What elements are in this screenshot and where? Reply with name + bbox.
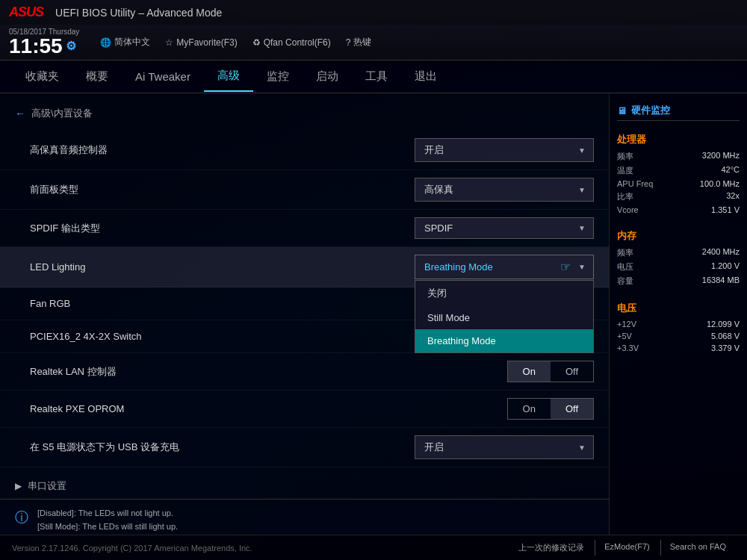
question-icon: ?: [346, 37, 351, 48]
spdif-dropdown[interactable]: SPDIF: [415, 217, 594, 239]
nav-monitor[interactable]: 监控: [253, 62, 303, 91]
nav-tools[interactable]: 工具: [352, 62, 401, 91]
audio-label: 高保真音频控制器: [30, 143, 385, 157]
top-menu: 🌐 简体中文 ☆ MyFavorite(F3) ♻ Qfan Control(F…: [100, 36, 371, 49]
cpu-ratio-row: 比率 32x: [617, 191, 740, 202]
favorite-label: MyFavorite(F3): [176, 37, 237, 48]
serial-label: 串口设置: [28, 479, 66, 493]
settings-gear-icon[interactable]: ⚙: [66, 40, 76, 52]
usb-control: 开启: [385, 435, 594, 459]
footer: Version 2.17.1246. Copyright (C) 2017 Am…: [0, 535, 747, 560]
led-option-breathing[interactable]: Breathing Mode: [415, 329, 593, 352]
header: ASUS UEFI BIOS Utility – Advanced Mode 0…: [0, 0, 747, 60]
qfan-menu[interactable]: ♻ Qfan Control(F6): [252, 36, 331, 49]
monitor-icon: 🖥: [617, 105, 627, 116]
nav-boot[interactable]: 启动: [303, 62, 352, 91]
ezmode-button[interactable]: EzMode(F7): [595, 540, 659, 556]
usb-dropdown[interactable]: 开启: [415, 435, 594, 459]
spdif-control: SPDIF: [385, 217, 594, 239]
led-option-off[interactable]: 关闭: [415, 281, 593, 306]
sidebar: 🖥 硬件监控 处理器 频率 3200 MHz 温度 42°C APU Freq …: [609, 93, 747, 535]
apu-freq-label: APU Freq: [617, 179, 653, 188]
content-wrapper: ← 高级\内置设备 高保真音频控制器 开启 前面板类型: [0, 93, 747, 535]
settings-table: 高保真音频控制器 开启 前面板类型 高保真: [0, 131, 609, 467]
frontpanel-value: 高保真: [424, 183, 453, 196]
cpu-freq-row: 频率 3200 MHz: [617, 151, 740, 162]
lan-on-button[interactable]: On: [508, 361, 551, 382]
led-dropdown[interactable]: Breathing Mode ☞: [415, 255, 594, 279]
fan-icon: ♻: [252, 37, 261, 48]
lan-label: Realtek LAN 控制器: [30, 365, 385, 379]
cpu-freq-label: 频率: [617, 151, 633, 162]
pxe-on-button[interactable]: On: [508, 399, 551, 419]
breadcrumb-text: 高级\内置设备: [31, 107, 93, 120]
language-menu[interactable]: 🌐 简体中文: [100, 36, 150, 49]
language-label: 简体中文: [114, 36, 150, 49]
lan-off-button[interactable]: Off: [551, 361, 593, 382]
led-label: LED Lighting: [30, 261, 385, 273]
favorite-menu[interactable]: ☆ MyFavorite(F3): [165, 36, 237, 49]
search-faq-button[interactable]: Search on FAQ: [660, 540, 735, 556]
serial-section-header[interactable]: ▶ 串口设置: [0, 473, 609, 499]
info-bar: ⓘ [Disabled]: The LEDs will not light up…: [0, 499, 609, 535]
last-change-button[interactable]: 上一次的修改记录: [509, 540, 593, 556]
nav-bar: 收藏夹 概要 Ai Tweaker 高级 监控 启动 工具 退出: [0, 60, 747, 93]
v33-value: 3.379 V: [711, 343, 740, 352]
usb-value: 开启: [424, 441, 444, 454]
sidebar-group-mem: 内存 频率 2400 MHz 电压 1.200 V 容量 16384 MB: [617, 229, 740, 290]
main-content: ← 高级\内置设备 高保真音频控制器 开启 前面板类型: [0, 93, 609, 535]
setting-row-spdif: SPDIF 输出类型 SPDIF: [0, 210, 609, 247]
led-value: Breathing Mode: [424, 261, 493, 273]
lan-toggle: On Off: [507, 361, 594, 382]
main-wrapper: ASUS UEFI BIOS Utility – Advanced Mode 0…: [0, 0, 747, 560]
audio-dropdown[interactable]: 开启: [415, 138, 594, 162]
sidebar-group-cpu: 处理器 频率 3200 MHz 温度 42°C APU Freq 100.0 M…: [617, 133, 740, 217]
mem-cap-value: 16384 MB: [702, 276, 740, 287]
audio-control: 开启: [385, 138, 594, 162]
globe-icon: 🌐: [100, 37, 111, 48]
sidebar-title: 🖥 硬件监控: [617, 101, 740, 121]
nav-ai-tweaker[interactable]: Ai Tweaker: [122, 63, 204, 90]
mem-freq-value: 2400 MHz: [702, 247, 740, 258]
mem-freq-label: 频率: [617, 247, 633, 258]
nav-advanced[interactable]: 高级: [204, 61, 253, 92]
pxe-off-button[interactable]: Off: [551, 399, 593, 419]
audio-value: 开启: [424, 143, 444, 157]
cpu-temp-label: 温度: [617, 165, 633, 176]
apu-freq-row: APU Freq 100.0 MHz: [617, 179, 740, 188]
cpu-group-title: 处理器: [617, 133, 740, 146]
hotkey-label: 热键: [353, 36, 371, 49]
spdif-value: SPDIF: [424, 223, 453, 234]
fanrgb-label: Fan RGB: [30, 298, 385, 309]
mem-volt-row: 电压 1.200 V: [617, 261, 740, 273]
star-icon: ☆: [165, 37, 173, 48]
cpu-temp-value: 42°C: [721, 165, 740, 176]
spdif-label: SPDIF 输出类型: [30, 222, 385, 235]
pxe-toggle: On Off: [507, 398, 594, 420]
frontpanel-dropdown[interactable]: 高保真: [415, 178, 594, 202]
apu-freq-value: 100.0 MHz: [700, 179, 740, 188]
volt-group-title: 电压: [617, 302, 740, 315]
v33-label: +3.3V: [617, 343, 639, 352]
v5-label: +5V: [617, 332, 632, 340]
led-option-still[interactable]: Still Mode: [415, 306, 593, 329]
mem-group-title: 内存: [617, 229, 740, 243]
vcore-value: 1.351 V: [711, 205, 740, 214]
nav-summary[interactable]: 概要: [72, 62, 122, 91]
v5-value: 5.068 V: [711, 332, 740, 340]
v12-row: +12V 12.099 V: [617, 320, 740, 329]
bios-title: UEFI BIOS Utility – Advanced Mode: [55, 7, 222, 19]
top-bar: 05/18/2017 Thursday 11:55 ⚙ 🌐 简体中文 ☆ MyF…: [0, 25, 747, 60]
cursor-icon: ☞: [560, 260, 571, 274]
hotkey-menu[interactable]: ? 热键: [346, 36, 372, 49]
nav-favorites[interactable]: 收藏夹: [12, 62, 72, 91]
lan-control: On Off: [385, 361, 594, 382]
title-bar: ASUS UEFI BIOS Utility – Advanced Mode: [0, 0, 747, 25]
setting-row-lan: Realtek LAN 控制器 On Off: [0, 353, 609, 391]
setting-row-frontpanel: 前面板类型 高保真: [0, 170, 609, 210]
v5-row: +5V 5.068 V: [617, 332, 740, 340]
nav-exit[interactable]: 退出: [401, 62, 450, 91]
back-arrow-icon[interactable]: ←: [15, 108, 25, 119]
v33-row: +3.3V 3.379 V: [617, 343, 740, 352]
frontpanel-control: 高保真: [385, 178, 594, 202]
